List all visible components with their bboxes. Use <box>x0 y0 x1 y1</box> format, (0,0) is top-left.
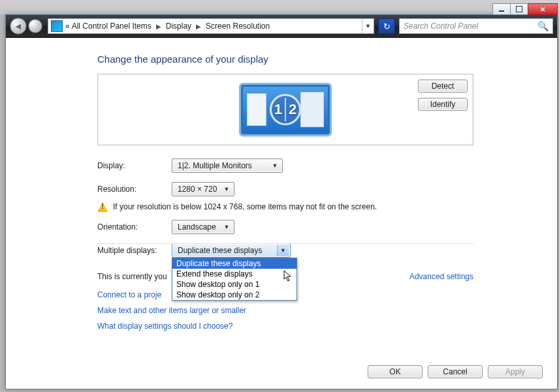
orientation-row: Orientation: Landscape ▼ <box>97 220 473 234</box>
chevron-down-icon: ▼ <box>269 160 281 172</box>
dropdown-option-extend[interactable]: Extend these displays <box>172 269 296 279</box>
chevron-right-icon: ▶ <box>196 23 201 30</box>
search-input[interactable]: Search Control Panel 🔍 <box>399 18 553 34</box>
resolution-warning-row: If your resolution is below 1024 x 768, … <box>97 202 473 212</box>
help-link[interactable]: What display settings should I choose? <box>97 322 557 331</box>
breadcrumb-item[interactable]: Screen Resolution <box>206 22 270 31</box>
advanced-settings-link[interactable]: Advanced settings <box>409 272 473 281</box>
breadcrumb-item[interactable]: Display <box>166 22 191 31</box>
chevron-down-icon: ▼ <box>277 245 289 256</box>
control-panel-window: ◄ « All Control Panel Items ▶ Display ▶ … <box>5 14 558 389</box>
multiple-displays-row: Multiple displays: Duplicate these displ… <box>97 243 473 258</box>
divider-line <box>97 243 473 244</box>
page-heading: Change the appearance of your display <box>97 53 557 65</box>
display-row: Display: 1|2. Multiple Monitors ▼ <box>97 158 473 173</box>
display-dropdown-value: 1|2. Multiple Monitors <box>178 161 252 170</box>
display-dropdown[interactable]: 1|2. Multiple Monitors ▼ <box>172 158 283 173</box>
multiple-displays-options-list: Duplicate these displays Extend these di… <box>172 258 297 301</box>
currently-main-text: This is currently you <box>97 272 167 281</box>
minimize-button[interactable] <box>492 3 511 15</box>
badge-divider <box>285 98 286 121</box>
monitor-number-badge: 1 2 <box>270 94 301 125</box>
apply-button[interactable]: Apply <box>488 365 543 378</box>
forward-button[interactable] <box>28 19 42 33</box>
chevron-down-icon: ▼ <box>221 221 232 233</box>
multiple-displays-label: Multiple displays: <box>97 246 172 255</box>
identify-button[interactable]: Identify <box>418 98 468 111</box>
breadcrumb-item[interactable]: All Control Panel Items <box>72 22 152 31</box>
window-controls <box>493 3 558 15</box>
address-dropdown-icon[interactable]: ▼ <box>362 19 374 33</box>
orientation-dropdown-value: Landscape <box>178 222 216 232</box>
multiple-displays-dropdown[interactable]: Duplicate these displays ▼ <box>172 243 291 258</box>
preview-side-buttons: Detect Identify <box>418 80 468 111</box>
search-placeholder: Search Control Panel <box>404 22 478 31</box>
resolution-dropdown[interactable]: 1280 × 720 ▼ <box>172 182 234 196</box>
dropdown-option-only1[interactable]: Show desktop only on 1 <box>172 279 296 290</box>
orientation-label: Orientation: <box>97 222 172 232</box>
monitor-mini-left <box>247 93 266 126</box>
resolution-row: Resolution: 1280 × 720 ▼ <box>97 182 473 196</box>
resolution-dropdown-value: 1280 × 720 <box>178 185 217 194</box>
cancel-button[interactable]: Cancel <box>428 365 483 378</box>
ok-button[interactable]: OK <box>368 365 423 378</box>
resolution-warning-text: If your resolution is below 1024 x 768, … <box>113 202 377 211</box>
orientation-dropdown[interactable]: Landscape ▼ <box>172 220 234 234</box>
dropdown-option-duplicate[interactable]: Duplicate these displays <box>172 258 296 269</box>
content-area: Change the appearance of your display 1 … <box>6 38 557 389</box>
refresh-button[interactable]: ↻ <box>378 18 395 34</box>
search-icon: 🔍 <box>537 21 549 31</box>
navigation-bar: ◄ « All Control Panel Items ▶ Display ▶ … <box>6 15 557 38</box>
monitor-thumbnail[interactable]: 1 2 <box>241 85 330 134</box>
monitor-number-1: 1 <box>274 101 282 118</box>
projector-link-row: Connect to a proje ap P) <box>97 290 557 299</box>
connect-projector-link[interactable]: Connect to a proje <box>97 290 161 299</box>
breadcrumb-path: « All Control Panel Items ▶ Display ▶ Sc… <box>65 22 270 31</box>
chevron-down-icon: ▼ <box>221 183 232 195</box>
monitor-number-2: 2 <box>289 101 296 118</box>
text-size-link[interactable]: Make text and other items larger or smal… <box>97 306 557 315</box>
breadcrumb-address-bar[interactable]: « All Control Panel Items ▶ Display ▶ Sc… <box>48 18 374 34</box>
control-panel-icon <box>51 20 63 32</box>
monitor-mini-right <box>300 92 324 127</box>
maximize-button[interactable] <box>510 3 528 15</box>
links-block: Connect to a proje ap P) Make text and o… <box>97 290 557 331</box>
dropdown-option-only2[interactable]: Show desktop only on 2 <box>172 290 296 300</box>
back-button[interactable]: ◄ <box>10 18 27 35</box>
breadcrumb-overflow[interactable]: « <box>65 22 70 31</box>
resolution-label: Resolution: <box>97 185 172 194</box>
close-button[interactable] <box>528 3 558 15</box>
warning-icon <box>97 202 108 212</box>
display-preview-box: 1 2 Detect Identify <box>97 74 473 145</box>
display-label: Display: <box>97 161 172 170</box>
chevron-right-icon: ▶ <box>156 23 161 30</box>
background-menubar <box>0 0 559 14</box>
multiple-displays-value: Duplicate these displays <box>178 246 262 255</box>
detect-button[interactable]: Detect <box>418 80 468 93</box>
footer-buttons: OK Cancel Apply <box>368 365 543 378</box>
